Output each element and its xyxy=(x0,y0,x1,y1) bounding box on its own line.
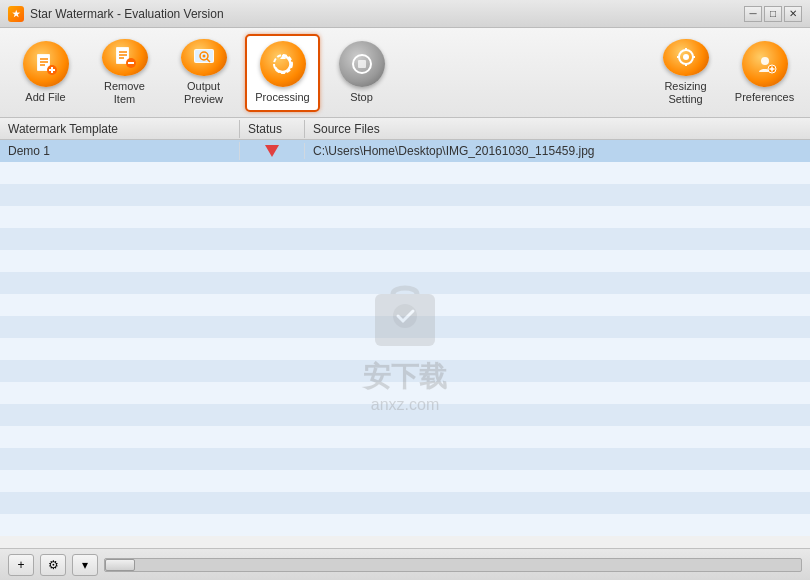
settings-button[interactable]: ⚙ xyxy=(40,554,66,576)
table-row xyxy=(0,228,810,250)
stop-icon xyxy=(339,41,385,87)
table-row xyxy=(0,272,810,294)
remove-item-label: Remove Item xyxy=(92,80,157,106)
table-header: Watermark Template Status Source Files xyxy=(0,118,810,140)
stop-label: Stop xyxy=(350,91,373,104)
table-row xyxy=(0,470,810,492)
svg-point-18 xyxy=(202,55,205,58)
table-row xyxy=(0,404,810,426)
horizontal-scrollbar[interactable] xyxy=(104,558,802,572)
svg-point-25 xyxy=(683,54,689,60)
remove-item-button[interactable]: Remove Item xyxy=(87,34,162,112)
app-icon: ★ xyxy=(8,6,24,22)
svg-rect-23 xyxy=(358,60,366,68)
row-status-cell xyxy=(240,143,305,159)
output-preview-button[interactable]: Output Preview xyxy=(166,34,241,112)
table-row xyxy=(0,316,810,338)
remove-item-icon xyxy=(102,39,148,77)
preferences-icon xyxy=(742,41,788,87)
table-row xyxy=(0,360,810,382)
main-content: Watermark Template Status Source Files D… xyxy=(0,118,810,548)
table-row xyxy=(0,206,810,228)
table-row xyxy=(0,184,810,206)
settings-icon: ⚙ xyxy=(48,558,59,572)
table-row xyxy=(0,492,810,514)
preferences-label: Preferences xyxy=(735,91,794,104)
table-row xyxy=(0,448,810,470)
add-file-icon xyxy=(23,41,69,87)
close-button[interactable]: ✕ xyxy=(784,6,802,22)
row-source-cell: C:\Users\Home\Desktop\IMG_20161030_11545… xyxy=(305,142,810,160)
preferences-button[interactable]: Preferences xyxy=(727,34,802,112)
title-bar-left: ★ Star Watermark - Evaluation Version xyxy=(8,6,224,22)
status-bar: + ⚙ ▾ xyxy=(0,548,810,580)
add-file-label: Add File xyxy=(25,91,65,104)
table-row xyxy=(0,162,810,184)
table-row xyxy=(0,514,810,536)
svg-point-30 xyxy=(761,57,769,65)
title-bar: ★ Star Watermark - Evaluation Version ─ … xyxy=(0,0,810,28)
processing-icon xyxy=(260,41,306,87)
add-file-button[interactable]: Add File xyxy=(8,34,83,112)
table-row xyxy=(0,294,810,316)
table-row xyxy=(0,250,810,272)
add-icon: + xyxy=(17,558,24,572)
table-row[interactable]: Demo 1 C:\Users\Home\Desktop\IMG_2016103… xyxy=(0,140,810,162)
dropdown-button[interactable]: ▾ xyxy=(72,554,98,576)
resizing-setting-button[interactable]: Resizing Setting xyxy=(648,34,723,112)
output-preview-label: Output Preview xyxy=(171,80,236,106)
window-controls: ─ □ ✕ xyxy=(744,6,802,22)
resizing-setting-icon xyxy=(663,39,709,77)
col-header-status: Status xyxy=(240,120,305,138)
resizing-setting-label: Resizing Setting xyxy=(653,80,718,106)
row-template-cell: Demo 1 xyxy=(0,142,240,160)
window-title: Star Watermark - Evaluation Version xyxy=(30,7,224,21)
minimize-button[interactable]: ─ xyxy=(744,6,762,22)
table-body: Demo 1 C:\Users\Home\Desktop\IMG_2016103… xyxy=(0,140,810,548)
toolbar: Add File Remove Item xyxy=(0,28,810,118)
processing-label: Processing xyxy=(255,91,309,104)
col-header-source: Source Files xyxy=(305,120,810,138)
maximize-button[interactable]: □ xyxy=(764,6,782,22)
col-header-template: Watermark Template xyxy=(0,120,240,138)
stop-button[interactable]: Stop xyxy=(324,34,399,112)
status-arrow-down-icon xyxy=(265,145,279,157)
output-preview-icon xyxy=(181,39,227,77)
table-row xyxy=(0,426,810,448)
add-button[interactable]: + xyxy=(8,554,34,576)
processing-button[interactable]: Processing xyxy=(245,34,320,112)
table-row xyxy=(0,338,810,360)
scrollbar-thumb xyxy=(105,559,135,571)
table-row xyxy=(0,382,810,404)
dropdown-icon: ▾ xyxy=(82,558,88,572)
